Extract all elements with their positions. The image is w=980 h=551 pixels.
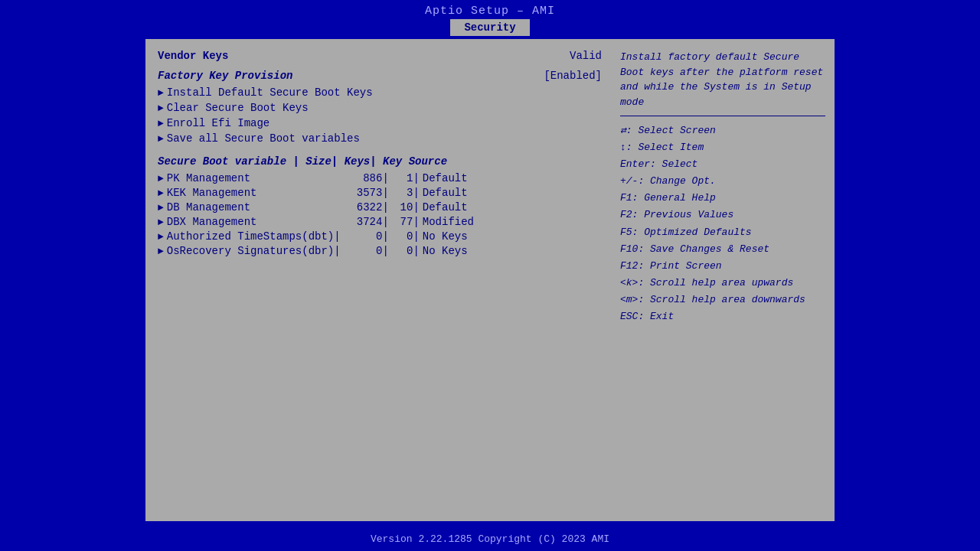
sb-source: Default	[423, 172, 468, 184]
key-k: <k>: Scroll help area upwards	[620, 275, 825, 292]
sb-source: Default	[423, 187, 468, 199]
arrow-icon: ►	[158, 118, 164, 129]
key-esc: ESC: Exit	[620, 308, 825, 325]
sb-size: 3724|	[343, 216, 389, 228]
footer: Version 2.22.1285 Copyright (C) 2023 AMI	[0, 527, 980, 551]
divider	[620, 116, 825, 116]
factory-key-row: Factory Key Provision [Enabled]	[158, 70, 602, 82]
vendor-keys-label: Vendor Keys	[158, 50, 570, 62]
factory-key-label: Factory Key Provision	[158, 70, 544, 82]
vendor-row: Vendor Keys Valid	[158, 50, 602, 62]
app-title: Aptio Setup – AMI	[0, 5, 980, 18]
menu-item-label: Install Default Secure Boot Keys	[167, 86, 373, 99]
sb-keys: 0|	[389, 245, 420, 257]
sb-name: DBX Management	[167, 216, 343, 228]
right-panel: Install factory default Secure Boot keys…	[611, 41, 833, 520]
sb-name: OsRecovery Signatures(dbr)|	[167, 245, 343, 257]
key-m: <m>: Scroll help area downwards	[620, 292, 825, 308]
sb-size: 6322|	[343, 201, 389, 214]
menu-item-enroll-efi[interactable]: ► Enroll Efi Image	[158, 117, 602, 129]
sb-row-dbr[interactable]: ► OsRecovery Signatures(dbr)| 0| 0| No K…	[158, 245, 602, 257]
key-f2: F2: Previous Values	[620, 207, 825, 223]
key-f1: F1: General Help	[620, 190, 825, 207]
main-content: Vendor Keys Valid Factory Key Provision …	[145, 39, 835, 521]
key-select-screen: ⇄: Select Screen	[620, 122, 825, 139]
key-select-item: ↕: Select Item	[620, 139, 825, 156]
menu-item-clear-boot[interactable]: ► Clear Secure Boot Keys	[158, 102, 602, 114]
sb-header-text: Secure Boot variable | Size| Keys| Key S…	[158, 155, 447, 168]
active-tab[interactable]: Security	[450, 19, 529, 36]
key-enter: Enter: Select	[620, 156, 825, 173]
menu-item-label: Enroll Efi Image	[167, 117, 270, 129]
arrow-icon: ►	[158, 173, 164, 184]
sb-name: DB Management	[167, 201, 343, 214]
sb-source: No Keys	[423, 245, 468, 257]
help-description: Install factory default Secure Boot keys…	[620, 50, 825, 109]
key-f10: F10: Save Changes & Reset	[620, 241, 825, 258]
arrow-icon: ►	[158, 231, 164, 243]
sb-size: 886|	[343, 172, 389, 184]
sb-keys: 1|	[389, 172, 420, 184]
arrow-icon: ►	[158, 187, 164, 199]
sb-keys: 0|	[389, 230, 420, 243]
menu-item-label: Clear Secure Boot Keys	[167, 102, 309, 114]
sb-source: No Keys	[423, 230, 468, 243]
sb-section-header: Secure Boot variable | Size| Keys| Key S…	[158, 155, 602, 168]
key-change-opt: +/-: Change Opt.	[620, 173, 825, 190]
factory-key-value: [Enabled]	[544, 70, 602, 82]
sb-size: 3573|	[343, 187, 389, 199]
vendor-keys-value: Valid	[570, 50, 602, 62]
sb-row-db[interactable]: ► DB Management 6322| 10| Default	[158, 201, 602, 214]
sb-source: Default	[423, 201, 468, 214]
sb-keys: 3|	[389, 187, 420, 199]
left-panel: Vendor Keys Valid Factory Key Provision …	[147, 41, 611, 520]
footer-text: Version 2.22.1285 Copyright (C) 2023 AMI	[371, 533, 609, 545]
sb-name: Authorized TimeStamps(dbt)|	[167, 230, 343, 243]
sb-size: 0|	[343, 245, 389, 257]
sb-name: PK Management	[167, 172, 343, 184]
sb-source: Modified	[423, 216, 474, 228]
arrow-icon: ►	[158, 103, 164, 114]
arrow-icon: ►	[158, 133, 164, 145]
arrow-icon: ►	[158, 217, 164, 228]
keyboard-help: ⇄: Select Screen ↕: Select Item Enter: S…	[620, 122, 825, 325]
key-f5: F5: Optimized Defaults	[620, 224, 825, 241]
menu-item-save-all[interactable]: ► Save all Secure Boot variables	[158, 132, 602, 145]
menu-item-install-default[interactable]: ► Install Default Secure Boot Keys	[158, 86, 602, 99]
sb-keys: 77|	[389, 216, 420, 228]
header: Aptio Setup – AMI Security	[0, 0, 980, 39]
arrow-icon: ►	[158, 202, 164, 214]
arrow-icon: ►	[158, 246, 164, 257]
menu-item-label: Save all Secure Boot variables	[167, 132, 360, 145]
arrow-icon: ►	[158, 87, 164, 99]
sb-keys: 10|	[389, 201, 420, 214]
sb-size: 0|	[343, 230, 389, 243]
key-f12: F12: Print Screen	[620, 258, 825, 275]
sb-name: KEK Management	[167, 187, 343, 199]
sb-row-kek[interactable]: ► KEK Management 3573| 3| Default	[158, 187, 602, 199]
sb-row-dbx[interactable]: ► DBX Management 3724| 77| Modified	[158, 216, 602, 228]
sb-row-pk[interactable]: ► PK Management 886| 1| Default	[158, 172, 602, 184]
sb-row-dbt[interactable]: ► Authorized TimeStamps(dbt)| 0| 0| No K…	[158, 230, 602, 243]
